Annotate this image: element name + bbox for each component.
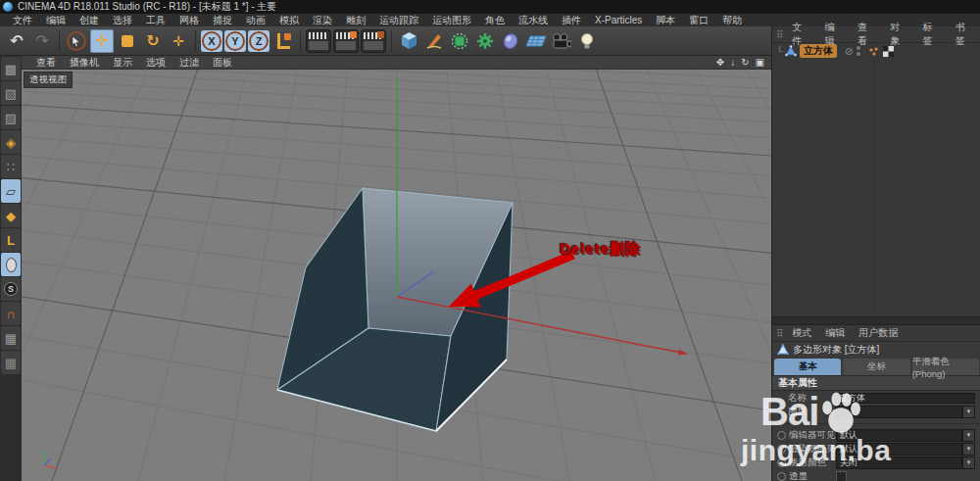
light-button[interactable] [575, 29, 599, 53]
floor-button[interactable] [524, 29, 548, 53]
om-menu-view[interactable]: 查看 [851, 21, 883, 48]
vp-menu-cameras[interactable]: 摄像机 [63, 56, 106, 70]
spline-pen-button[interactable] [422, 29, 446, 53]
menu-file[interactable]: 文件 [6, 14, 39, 27]
keyframe-circle-icon[interactable] [777, 445, 786, 454]
viewport-solo-button[interactable] [1, 253, 21, 276]
enable-axis-button[interactable]: L [1, 228, 21, 252]
tab-phong[interactable]: 平滑着色(Phong) [912, 359, 979, 375]
vp-menu-display[interactable]: 显示 [106, 56, 139, 70]
selection-tag-icon[interactable] [868, 46, 879, 57]
lock-y-button[interactable]: Y [224, 30, 246, 52]
am-menu-userdata[interactable]: 用户数据 [852, 326, 905, 340]
pan-icon[interactable]: ✥ [716, 57, 724, 68]
am-menu-mode[interactable]: 模式 [785, 326, 818, 340]
lock-z-button[interactable]: Z [248, 30, 270, 52]
render-settings-button[interactable] [361, 29, 386, 53]
menu-pipeline[interactable]: 流水线 [512, 14, 555, 27]
vp-menu-view[interactable]: 查看 [29, 56, 63, 70]
menu-render[interactable]: 渲染 [306, 14, 339, 27]
keyframe-circle-icon[interactable] [777, 472, 786, 481]
am-menu-edit[interactable]: 编辑 [818, 326, 852, 340]
name-input[interactable] [835, 393, 975, 404]
menu-plugins[interactable]: 插件 [555, 14, 588, 27]
render-visible-caret-icon[interactable]: ▾ [962, 443, 975, 456]
redo-button[interactable]: ↷ [30, 29, 54, 53]
menu-mograph[interactable]: 运动图形 [425, 14, 478, 27]
menu-character[interactable]: 角色 [478, 14, 512, 27]
om-column-divider[interactable] [873, 59, 874, 316]
menu-create[interactable]: 创建 [73, 14, 106, 27]
render-visible-value[interactable]: 默认 [836, 443, 962, 456]
viewport-label[interactable]: 透视视图 [24, 72, 73, 88]
keyframe-circle-icon[interactable] [777, 458, 786, 467]
undo-button[interactable]: ↶ [5, 29, 28, 53]
coordinate-system-button[interactable] [271, 29, 295, 53]
vp-menu-filter[interactable]: 过滤 [172, 56, 206, 70]
zoom-icon[interactable]: ↓ [730, 57, 735, 68]
menu-motion-tracker[interactable]: 运动跟踪 [372, 14, 425, 27]
use-color-caret-icon[interactable]: ▾ [962, 457, 975, 469]
tab-coordinates[interactable]: 坐标 [843, 359, 909, 375]
lock-workplane-button[interactable]: ▦ [1, 326, 21, 350]
menu-help[interactable]: 帮助 [715, 14, 749, 27]
snap-s-button[interactable]: S [1, 277, 21, 301]
camera-button[interactable] [550, 29, 573, 53]
orbit-icon[interactable]: ↻ [741, 57, 749, 68]
texture-mode-button[interactable]: ▨ [1, 106, 21, 129]
subdivision-surface-button[interactable] [448, 29, 471, 53]
om-menu-tags[interactable]: 标签 [915, 21, 948, 48]
deformer-button[interactable] [473, 29, 497, 53]
toggle-view-icon[interactable]: ▣ [756, 57, 764, 68]
editor-visible-caret-icon[interactable]: ▾ [962, 429, 975, 442]
lock-x-button[interactable]: X [201, 30, 222, 52]
use-color-value[interactable]: 关闭 [836, 457, 962, 469]
keyframe-circle-icon[interactable] [777, 431, 786, 440]
environment-button[interactable] [499, 29, 522, 53]
render-view-button[interactable] [306, 29, 331, 53]
menu-animate[interactable]: 动画 [239, 14, 272, 27]
align-workplane-button[interactable]: ▦ [1, 351, 21, 374]
make-editable-button[interactable]: ▩ [1, 57, 21, 80]
layer-caret-icon[interactable]: ▾ [962, 406, 975, 418]
cube-object[interactable] [277, 188, 513, 431]
edges-mode-button[interactable]: ▱ [1, 179, 21, 203]
layer-value[interactable] [835, 406, 962, 418]
grip-icon[interactable]: ⠿ [776, 29, 785, 40]
uvw-tag-icon[interactable] [883, 46, 894, 57]
om-menu-objects[interactable]: 对象 [883, 21, 915, 48]
last-tool-button[interactable]: ✛ [167, 29, 190, 53]
viewport-canvas[interactable] [22, 56, 772, 481]
menu-sculpt[interactable]: 雕刻 [339, 14, 372, 27]
menu-select[interactable]: 选择 [106, 14, 139, 27]
menu-script[interactable]: 脚本 [649, 14, 682, 27]
menu-simulate[interactable]: 模拟 [272, 14, 306, 27]
grip-icon[interactable]: ⠿ [776, 328, 785, 339]
render-picture-viewer-button[interactable] [333, 29, 359, 53]
move-tool-button[interactable]: ✛ [90, 29, 114, 53]
vp-menu-panel[interactable]: 面板 [206, 56, 239, 70]
object-name[interactable]: 立方体 [800, 44, 837, 58]
xray-checkbox[interactable] [836, 471, 847, 481]
workplane-mode-button[interactable]: ◈ [1, 130, 21, 154]
scale-tool-button[interactable] [116, 29, 139, 53]
model-mode-button[interactable]: ▧ [1, 81, 21, 105]
menu-edit[interactable]: 编辑 [39, 14, 73, 27]
points-mode-button[interactable]: ∷ [1, 155, 21, 178]
polygons-mode-button[interactable]: ◆ [1, 204, 21, 227]
object-manager-body[interactable] [772, 59, 980, 316]
rotate-tool-button[interactable]: ↻ [141, 29, 165, 53]
enable-snap-button[interactable]: ∩ [1, 302, 21, 325]
live-selection-button[interactable] [65, 29, 88, 53]
panel-splitter[interactable] [772, 316, 980, 325]
menu-mesh[interactable]: 网格 [172, 14, 206, 27]
menu-snap[interactable]: 捕捉 [206, 14, 239, 27]
layer-slash-icon[interactable]: ⊘ [845, 46, 853, 57]
viewport[interactable]: 查看 摄像机 显示 选项 过滤 面板 ✥ ↓ ↻ ▣ 透视视图 Delete删除 [22, 56, 772, 481]
menu-xparticles[interactable]: X-Particles [588, 15, 649, 25]
om-menu-bookmarks[interactable]: 书签 [949, 21, 980, 48]
menu-window[interactable]: 窗口 [682, 14, 715, 27]
editor-visible-value[interactable]: 默认 [836, 429, 962, 442]
primitive-cube-button[interactable] [397, 29, 420, 53]
menu-tools[interactable]: 工具 [139, 14, 172, 27]
